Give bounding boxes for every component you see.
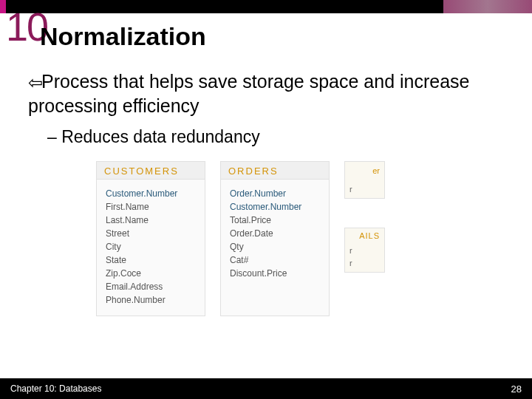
tables-diagram: CUSTOMERS Customer.NumberFirst.NameLast.… [96, 161, 396, 316]
table-field: Order.Date [230, 227, 320, 240]
partial-table-top: er r [344, 161, 385, 199]
orders-fields: Order.NumberCustomer.NumberTotal.PriceOr… [221, 180, 329, 289]
footer: Chapter 10: Databases 28 [0, 378, 532, 399]
orders-header: ORDERS [221, 162, 329, 180]
partial-table-bottom: AILS r r [344, 228, 385, 273]
partial-top-suffix: er [349, 165, 380, 177]
sub-bullet: – Reduces data redundancy [47, 127, 260, 147]
partial-top-field: r [349, 183, 380, 196]
main-bullet: ⇦Process that helps save storage space a… [28, 69, 517, 117]
table-field: Customer.Number [106, 187, 196, 200]
table-field: Email.Address [106, 280, 196, 293]
slide-title: Normalization [40, 22, 206, 51]
partial-bottom-field-2: r [349, 257, 380, 270]
table-field: Total.Price [230, 214, 320, 227]
main-bullet-text: Process that helps save storage space an… [28, 71, 470, 116]
table-field: Phone.Number [106, 293, 196, 307]
table-field: Zip.Coce [106, 267, 196, 280]
customers-fields: Customer.NumberFirst.NameLast.NameStreet… [97, 180, 205, 316]
partial-bottom-suffix: AILS [349, 231, 380, 240]
table-field: Customer.Number [230, 200, 320, 214]
customers-table: CUSTOMERS Customer.NumberFirst.NameLast.… [96, 161, 205, 316]
table-field: First.Name [106, 200, 196, 214]
slide-number: 28 [511, 383, 522, 395]
footer-chapter: Chapter 10: Databases [10, 383, 101, 394]
table-field: State [106, 253, 196, 267]
table-field: Order.Number [230, 187, 320, 200]
table-field: Cat# [230, 253, 320, 267]
partial-bottom-field-1: r [349, 245, 380, 257]
table-field: Qty [230, 240, 320, 253]
table-field: Discount.Price [230, 267, 320, 280]
table-field: City [106, 240, 196, 253]
customers-header: CUSTOMERS [97, 162, 205, 180]
table-field: Street [106, 227, 196, 240]
table-field: Last.Name [106, 214, 196, 227]
partial-tables: er r AILS r r [344, 161, 396, 316]
top-bar [0, 0, 532, 13]
arrow-left-icon: ⇦ [28, 72, 43, 95]
orders-table: ORDERS Order.NumberCustomer.NumberTotal.… [220, 161, 330, 316]
